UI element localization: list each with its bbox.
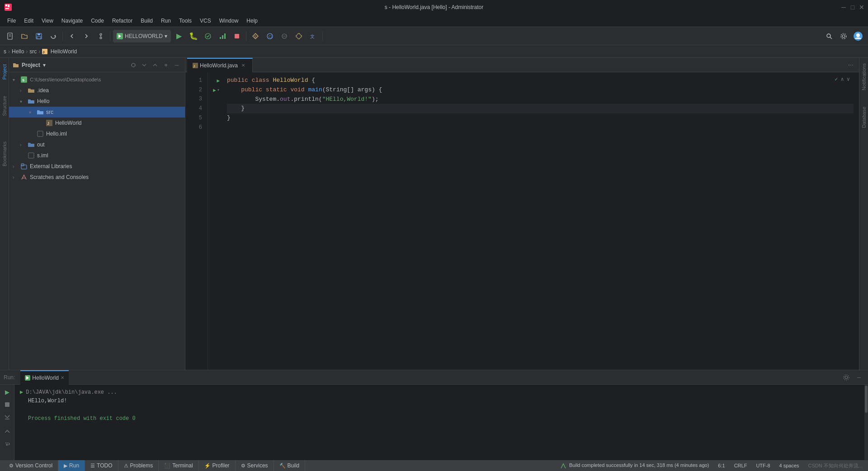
- menu-window[interactable]: Window: [216, 17, 242, 25]
- scrollbar-thumb[interactable]: [865, 386, 868, 413]
- project-panel-dropdown[interactable]: ▾: [43, 62, 46, 68]
- run-button[interactable]: ▶: [173, 30, 185, 42]
- tree-item-helloworld[interactable]: J HelloWorld: [9, 118, 185, 128]
- close-button[interactable]: ✕: [859, 5, 864, 10]
- tree-item-out[interactable]: › out: [9, 139, 185, 150]
- tree-item-s-iml[interactable]: s.iml: [9, 150, 185, 161]
- run-tab-close[interactable]: ✕: [61, 375, 64, 380]
- editor-tab-helloworld[interactable]: J HelloWorld.java ✕: [187, 58, 253, 72]
- rerun-button[interactable]: ▶: [2, 386, 13, 397]
- fold-output-button[interactable]: [2, 426, 13, 437]
- search-everywhere-button[interactable]: [823, 30, 835, 42]
- run-gutter-2[interactable]: ▶: [213, 87, 216, 93]
- run-config-dropdown[interactable]: HELLOWORLD ▾: [113, 30, 171, 42]
- status-tab-terminal[interactable]: ⬛ Terminal: [159, 460, 198, 471]
- menu-edit[interactable]: Edit: [20, 17, 37, 25]
- status-tab-version-control[interactable]: ⚙ Version Control: [4, 460, 58, 471]
- indent-setting[interactable]: 4 spaces: [778, 463, 801, 468]
- debug-button[interactable]: 🐛: [187, 30, 200, 42]
- encoding[interactable]: UTF-8: [754, 463, 772, 468]
- maximize-button[interactable]: □: [850, 5, 855, 10]
- stop-button[interactable]: [231, 30, 243, 42]
- breadcrumb-hello[interactable]: Hello: [12, 48, 24, 55]
- fold-gutter-2[interactable]: ▾: [217, 87, 220, 93]
- gutter-2[interactable]: ▶ ▾: [210, 85, 220, 95]
- compile-button[interactable]: [278, 30, 291, 42]
- menu-code[interactable]: Code: [87, 17, 108, 25]
- code-content[interactable]: public class HelloWorld { public static …: [222, 72, 859, 370]
- minimize-button[interactable]: ─: [841, 5, 846, 10]
- project-panel-title[interactable]: Project: [22, 62, 40, 68]
- translate-button[interactable]: 文: [307, 30, 320, 42]
- tree-root[interactable]: ▾ s C:\Users\lenovo\Desktop\code\s: [9, 74, 185, 85]
- puzzle-button[interactable]: [292, 30, 305, 42]
- scroll-to-end-button[interactable]: [2, 412, 13, 423]
- run-tab-helloworld[interactable]: HelloWorld ✕: [20, 370, 68, 385]
- menu-help[interactable]: Help: [243, 17, 261, 25]
- nav-down-button[interactable]: ∨: [847, 76, 850, 83]
- cursor-position[interactable]: 6:1: [716, 463, 726, 468]
- run-gutter-1[interactable]: ▶: [217, 78, 220, 84]
- profile-button[interactable]: [216, 30, 229, 42]
- menu-tools[interactable]: Tools: [175, 17, 195, 25]
- notifications-panel-tab[interactable]: Notifications: [860, 60, 868, 94]
- line-ending[interactable]: CRLF: [732, 463, 749, 468]
- menu-view[interactable]: View: [38, 17, 57, 25]
- stop-console-button[interactable]: [2, 399, 13, 410]
- gutter-1[interactable]: ▶: [210, 76, 220, 85]
- locate-file-button[interactable]: [129, 61, 138, 70]
- open-button[interactable]: [18, 30, 31, 42]
- soft-wrap-button[interactable]: [2, 439, 13, 450]
- tab-structure[interactable]: Structure: [1, 93, 8, 119]
- editor-tab-close[interactable]: ✕: [240, 62, 247, 69]
- project-settings-button[interactable]: [161, 61, 170, 70]
- database-panel-tab[interactable]: Database: [860, 103, 868, 132]
- expand-all-button[interactable]: [151, 61, 160, 70]
- avatar[interactable]: [852, 30, 864, 42]
- save-button[interactable]: [33, 30, 45, 42]
- build-project-button[interactable]: S: [249, 30, 262, 42]
- tab-bookmarks[interactable]: Bookmarks: [1, 139, 8, 169]
- status-tab-profiler[interactable]: ⚡ Profiler: [199, 460, 236, 471]
- menu-build[interactable]: Build: [137, 17, 156, 25]
- collapse-all-button[interactable]: [140, 61, 149, 70]
- code-editor[interactable]: 1 2 3 4 5 6 ▶ ▶ ▾: [185, 72, 859, 370]
- coverage-button[interactable]: [202, 30, 214, 42]
- breadcrumb-file[interactable]: J HelloWorld: [42, 48, 77, 55]
- status-tab-run[interactable]: ▶ Run: [58, 460, 85, 471]
- minimize-panel-button[interactable]: ─: [172, 61, 181, 70]
- breadcrumb-src[interactable]: src: [29, 48, 37, 55]
- tree-item-idea[interactable]: › .idea: [9, 85, 185, 96]
- build-button[interactable]: ⬡: [264, 30, 276, 42]
- settings-button[interactable]: [837, 30, 850, 42]
- console-scrollbar[interactable]: [864, 385, 868, 460]
- csdn-link[interactable]: CSDN 不知向何处奔流...: [807, 462, 864, 469]
- back-button[interactable]: [66, 30, 78, 42]
- menu-refactor[interactable]: Refactor: [108, 17, 136, 25]
- status-tab-todo[interactable]: ☰ TODO: [85, 460, 118, 471]
- tree-item-src[interactable]: ▾ src: [9, 107, 185, 118]
- tab-more-button[interactable]: ⋯: [844, 59, 857, 71]
- sync-button[interactable]: [47, 30, 60, 42]
- menu-run[interactable]: Run: [157, 17, 175, 25]
- jetbrains-logo[interactable]: [4, 3, 13, 12]
- minimize-run-button[interactable]: ─: [854, 372, 864, 383]
- tree-item-hello[interactable]: ▾ Hello: [9, 96, 185, 107]
- tree-item-external-libs[interactable]: › External Libraries: [9, 161, 185, 172]
- vcs-button[interactable]: [94, 30, 107, 42]
- forward-button[interactable]: [80, 30, 93, 42]
- menu-navigate[interactable]: Navigate: [58, 17, 86, 25]
- status-tab-services[interactable]: ⚙ Services: [236, 460, 274, 471]
- new-file-button[interactable]: [4, 30, 16, 42]
- status-tab-problems[interactable]: ⚠ Problems: [118, 460, 159, 471]
- tree-item-hello-iml[interactable]: Hello.iml: [9, 128, 185, 139]
- run-settings-button[interactable]: [841, 372, 852, 383]
- menu-file[interactable]: File: [4, 17, 19, 25]
- title-bar-controls[interactable]: ─ □ ✕: [841, 5, 864, 10]
- menu-vcs[interactable]: VCS: [196, 17, 215, 25]
- breadcrumb-root[interactable]: s: [4, 48, 6, 55]
- status-tab-build[interactable]: 🔨 Build: [274, 460, 306, 471]
- nav-up-button[interactable]: ∧: [841, 76, 844, 83]
- tree-item-scratches[interactable]: › Scratches and Consoles: [9, 172, 185, 183]
- tab-project[interactable]: Project: [1, 61, 8, 82]
